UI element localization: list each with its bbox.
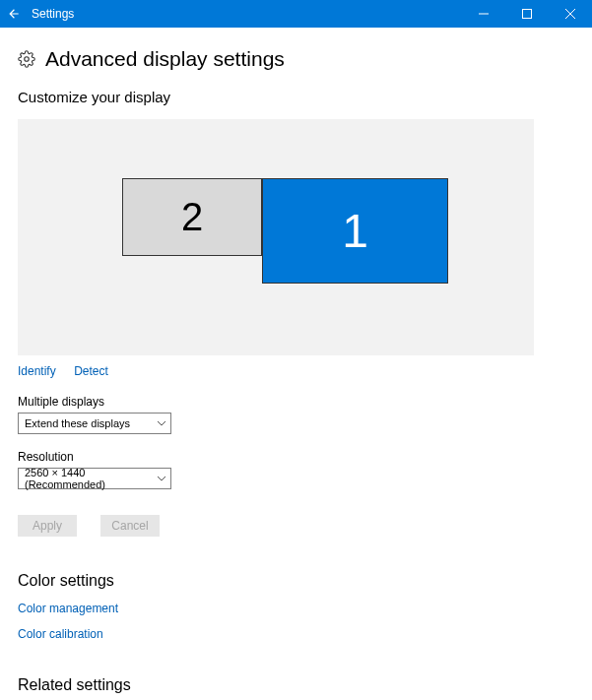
multiple-displays-dropdown[interactable]: Extend these displays — [18, 413, 171, 434]
page-header: Advanced display settings — [18, 47, 574, 71]
minimize-icon — [479, 9, 489, 19]
identify-detect-row: Identify Detect — [18, 361, 574, 379]
apply-button[interactable]: Apply — [18, 515, 77, 537]
back-button[interactable] — [0, 0, 28, 28]
monitor-2[interactable]: 2 — [122, 178, 262, 256]
related-settings-title: Related settings — [18, 676, 574, 694]
monitor-1-label: 1 — [342, 204, 368, 258]
cancel-button[interactable]: Cancel — [100, 515, 160, 537]
svg-rect-1 — [523, 10, 532, 19]
svg-point-4 — [25, 57, 30, 62]
minimize-button[interactable] — [462, 0, 505, 28]
customize-heading: Customize your display — [18, 89, 574, 105]
color-calibration-link[interactable]: Color calibration — [18, 627, 574, 641]
multiple-displays-label: Multiple displays — [18, 395, 574, 409]
display-arrangement-canvas[interactable]: 2 1 — [18, 119, 534, 355]
maximize-button[interactable] — [505, 0, 549, 28]
monitor-1[interactable]: 1 — [262, 178, 448, 284]
color-management-link[interactable]: Color management — [18, 602, 574, 615]
color-settings-title: Color settings — [18, 572, 574, 590]
close-icon — [565, 9, 575, 19]
window-title: Settings — [28, 7, 74, 21]
multiple-displays-value: Extend these displays — [25, 417, 130, 429]
back-arrow-icon — [7, 7, 21, 21]
monitor-2-label: 2 — [181, 195, 203, 239]
gear-icon — [18, 50, 35, 68]
window-titlebar: Settings — [0, 0, 592, 28]
chevron-down-icon — [157, 474, 166, 483]
detect-link[interactable]: Detect — [74, 364, 108, 378]
titlebar-left: Settings — [0, 0, 74, 28]
chevron-down-icon — [157, 418, 166, 428]
page-content: Advanced display settings Customize your… — [0, 28, 592, 700]
resolution-dropdown[interactable]: 2560 × 1440 (Recommended) — [18, 468, 171, 489]
resolution-value: 2560 × 1440 (Recommended) — [25, 467, 153, 490]
maximize-icon — [522, 9, 532, 19]
apply-cancel-row: Apply Cancel — [18, 515, 574, 537]
page-title: Advanced display settings — [45, 47, 285, 71]
close-button[interactable] — [549, 0, 592, 28]
identify-link[interactable]: Identify — [18, 364, 56, 378]
resolution-label: Resolution — [18, 450, 574, 464]
